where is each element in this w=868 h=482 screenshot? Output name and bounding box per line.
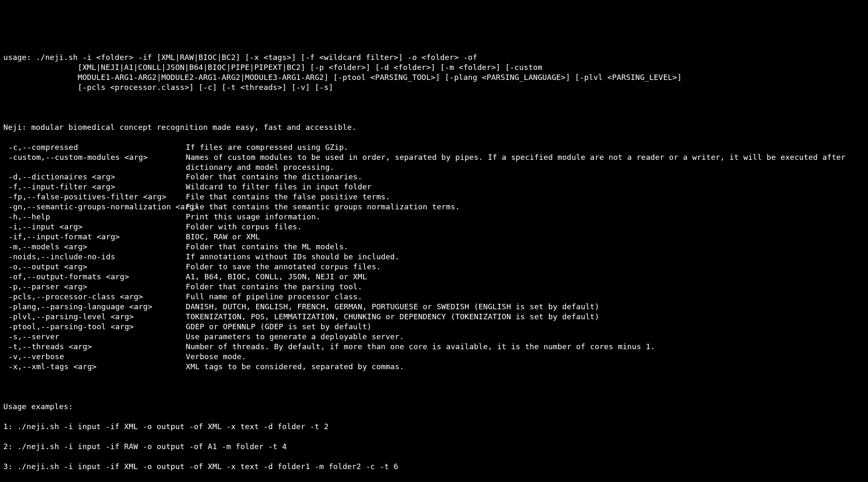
example-line: 2: ./neji.sh -i input -if RAW -o output … [3,442,865,452]
option-description: File that contains the false positive te… [186,192,865,202]
option-row: -of,--output-formats <arg>A1, B64, BIOC,… [3,272,865,282]
option-flag: -if,--input-format <arg> [3,232,186,242]
usage-indent [3,83,78,92]
option-description: Folder with corpus files. [186,222,865,232]
option-row: -v,--verboseVerbose mode. [3,352,865,362]
option-flag: -noids,--include-no-ids [3,252,186,262]
option-flag: -pcls,--processor-class <arg> [3,292,186,302]
option-row: -plvl,--parsing-level <arg>TOKENIZATION,… [3,312,865,322]
option-row: -noids,--include-no-idsIf annotations wi… [3,252,865,262]
option-description: Verbose mode. [186,352,865,362]
option-description: Full name of pipeline processor class. [186,292,865,302]
option-row: -if,--input-format <arg>BIOC, RAW or XML [3,232,865,242]
usage-line: [-pcls <processor.class>] [-c] [-t <thre… [78,83,334,92]
option-flag: -ptool,--parsing-tool <arg> [3,322,186,332]
option-description: File that contains the semantic groups n… [186,202,865,212]
usage-line: [XML|NEJI|A1|CONLL|JSON|B64|BIOC|PIPE|PI… [78,63,543,72]
usage-indent [3,63,78,72]
description-line: Neji: modular biomedical concept recogni… [3,122,865,132]
example-line: 1: ./neji.sh -i input -if XML -o output … [3,422,865,432]
usage-line: ./neji.sh -i <folder> -if [XML|RAW|BIOC|… [36,53,477,62]
option-flag: -o,--output <arg> [3,262,186,272]
option-flag: -of,--output-formats <arg> [3,272,186,282]
option-flag: -m,--models <arg> [3,242,186,252]
option-row: -m,--models <arg>Folder that contains th… [3,242,865,252]
option-flag: -plvl,--parsing-level <arg> [3,312,186,322]
option-description: Folder that contains the dictionaries. [186,172,865,182]
option-flag: -custom,--custom-modules <arg> [3,152,186,172]
option-flag: -t,--threads <arg> [3,342,186,352]
option-description: A1, B64, BIOC, CONLL, JSON, NEJI or XML [186,272,865,282]
option-row: -d,--dictionaires <arg>Folder that conta… [3,172,865,182]
examples-heading: Usage examples: [3,402,865,412]
option-row: -ptool,--parsing-tool <arg>GDEP or OPENN… [3,322,865,332]
option-row: -plang,--parsing-language <arg>DANISH, D… [3,302,865,312]
option-flag: -plang,--parsing-language <arg> [3,302,186,312]
option-description: If files are compressed using GZip. [186,142,865,152]
option-flag: -s,--server [3,332,186,342]
option-description: Wildcard to filter files in input folder [186,182,865,192]
option-row: -h,--helpPrint this usage information. [3,212,865,222]
option-description: Print this usage information. [186,212,865,222]
option-flag: -gn,--semantic-groups-normalization <arg… [3,202,186,212]
option-row: -s,--serverUse parameters to generate a … [3,332,865,342]
blank-line [3,102,865,112]
option-row: -t,--threads <arg>Number of threads. By … [3,342,865,352]
option-row: -o,--output <arg>Folder to save the anno… [3,262,865,272]
option-row: -custom,--custom-modules <arg>Names of c… [3,152,865,172]
usage-prefix: usage: [3,53,36,62]
option-description: Folder to save the annotated corpus file… [186,262,865,272]
option-flag: -d,--dictionaires <arg> [3,172,186,182]
option-row: -f,--input-filter <arg>Wildcard to filte… [3,182,865,192]
option-flag: -f,--input-filter <arg> [3,182,186,192]
options-list: -c,--compressedIf files are compressed u… [3,142,865,372]
terminal-output: usage: ./neji.sh -i <folder> -if [XML|RA… [3,42,865,482]
option-flag: -x,--xml-tags <arg> [3,362,186,372]
option-row: -gn,--semantic-groups-normalization <arg… [3,202,865,212]
option-description: If annotations without IDs should be inc… [186,252,865,262]
usage-line: MODULE1-ARG1-ARG2|MODULE2-ARG1-ARG2|MODU… [78,73,682,82]
option-flag: -c,--compressed [3,142,186,152]
option-row: -fp,--false-positives-filter <arg>File t… [3,192,865,202]
option-row: -pcls,--processor-class <arg>Full name o… [3,292,865,302]
blank-line [3,382,865,392]
option-row: -p,--parser <arg>Folder that contains th… [3,282,865,292]
option-description: TOKENIZATION, POS, LEMMATIZATION, CHUNKI… [186,312,865,322]
option-row: -x,--xml-tags <arg>XML tags to be consid… [3,362,865,372]
option-description: Folder that contains the parsing tool. [186,282,865,292]
option-description: GDEP or OPENNLP (GDEP is set by default) [186,322,865,332]
option-flag: -p,--parser <arg> [3,282,186,292]
option-description: Folder that contains the ML models. [186,242,865,252]
option-flag: -fp,--false-positives-filter <arg> [3,192,186,202]
usage-indent [3,73,78,82]
usage-block: usage: ./neji.sh -i <folder> -if [XML|RA… [3,52,865,92]
option-description: Names of custom modules to be used in or… [186,152,865,172]
option-description: DANISH, DUTCH, ENGLISH, FRENCH, GERMAN, … [186,302,865,312]
option-row: -c,--compressedIf files are compressed u… [3,142,865,152]
option-description: XML tags to be considered, separated by … [186,362,865,372]
option-description: Use parameters to generate a deployable … [186,332,865,342]
option-flag: -h,--help [3,212,186,222]
example-line: 3: ./neji.sh -i input -if XML -o output … [3,462,865,472]
option-flag: -v,--verbose [3,352,186,362]
option-description: BIOC, RAW or XML [186,232,865,242]
option-flag: -i,--input <arg> [3,222,186,232]
option-description: Number of threads. By default, if more t… [186,342,865,352]
option-row: -i,--input <arg>Folder with corpus files… [3,222,865,232]
